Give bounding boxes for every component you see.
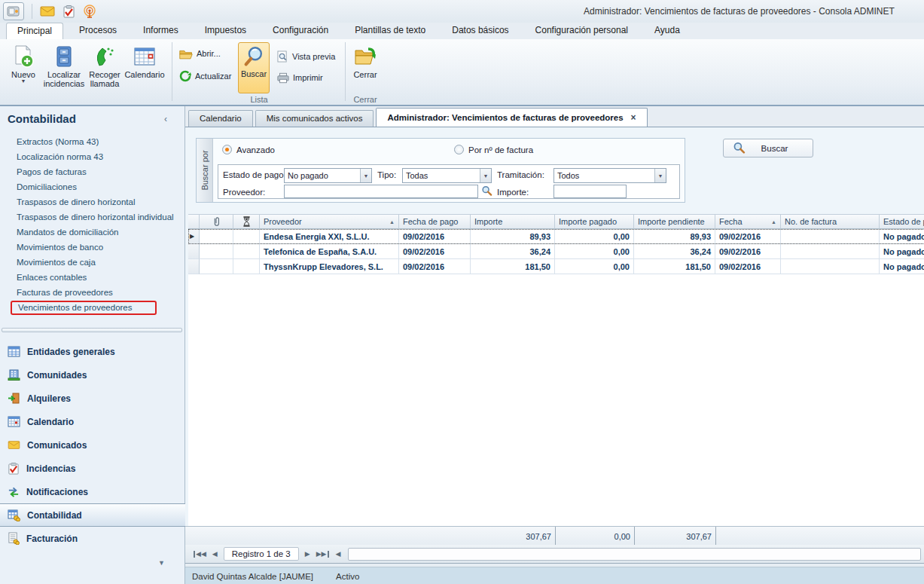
paperclip-icon [212,216,221,228]
hourglass-icon [242,216,251,227]
tab-procesos[interactable]: Procesos [69,23,127,39]
dropdown-icon[interactable]: ▼ [480,169,491,182]
doctab-calendario[interactable]: Calendario [188,110,253,127]
sidebar-item-localizacion-norma-43[interactable]: Localización norma 43 [0,149,185,164]
preview-icon [277,50,288,63]
phone-device-button[interactable] [3,2,24,20]
calendario-button[interactable]: Calendario [122,42,167,98]
previous-record-button[interactable]: ◀ [212,550,218,558]
section-contabilidad[interactable]: Contabilidad [0,503,185,527]
group-separator [345,42,346,101]
tramitacion-label: Tramitación: [497,170,544,179]
section-notificaciones[interactable]: Notificaciones [0,480,185,503]
proveedor-lookup-icon[interactable] [481,185,492,197]
application-window: Administrador: Vencimientos de facturas … [0,0,924,584]
buscar-ribbon-button[interactable]: Buscar [238,42,270,93]
horizontal-scrollbar[interactable] [348,548,921,561]
broadcast-icon[interactable] [83,5,96,18]
sidebar-item-mandatos-domiciliacion[interactable]: Mandatos de domiciliación [0,225,185,240]
record-navigator: ◀◀ ◀ Registro 1 de 3 ▶ ▶▶ ◀ [185,545,924,564]
section-facturacion[interactable]: Facturación [0,527,185,550]
first-record-button[interactable]: ◀◀ [193,550,206,558]
table-row[interactable]: ThyssnKrupp Elevadores, S.L. 09/02/2016 … [188,259,924,274]
dropdown-icon[interactable]: ▼ [654,169,666,182]
sidebar-item-pagos-de-facturas[interactable]: Pagos de facturas [0,164,185,179]
tramitacion-select[interactable]: Todos ▼ [553,168,666,183]
sidebar-item-traspasos-horizontal-individual[interactable]: Traspasos de dinero horizontal individua… [0,209,185,225]
estado-de-pago-select[interactable]: No pagado ▼ [284,168,372,183]
cerrar-button[interactable]: Cerrar [348,42,383,98]
incident-clipboard-icon[interactable] [63,5,75,18]
tab-principal[interactable]: Principal [6,23,63,39]
table-row[interactable]: ▶ Endesa Energia XXI, S.L.U. 09/02/2016 … [188,229,924,244]
phone-call-icon [93,44,117,69]
sidebar-overflow-icon[interactable]: ▼ [158,559,165,567]
sidebar-item-movimientos-caja[interactable]: Movimientos de caja [0,255,185,270]
total-importe: 307,67 [474,527,556,546]
header-attachment[interactable] [200,214,233,229]
importe-input[interactable] [553,185,627,198]
sort-asc-icon: ▲ [771,219,776,225]
nuevo-button[interactable]: Nuevo ▼ [5,42,42,98]
header-importe-pendiente[interactable]: Importe pendiente [634,214,715,229]
header-importe[interactable]: Importe [471,214,555,229]
proveedor-input[interactable] [284,185,478,198]
sidebar-item-vencimientos-proveedores[interactable]: Vencimientos de proveedores [0,300,185,315]
sidebar-item-movimientos-banco[interactable]: Movimientos de banco [0,240,185,255]
last-record-button[interactable]: ▶▶ [316,550,330,558]
search-icon [733,142,746,154]
tipo-select[interactable]: Todas ▼ [402,168,492,183]
tab-impuestos[interactable]: Impuestos [194,23,257,39]
header-fecha-de-pago[interactable]: Fecha de pago [399,214,471,229]
header-estado-de-pago[interactable]: Estado de pago [880,214,924,229]
tab-configuracion[interactable]: Configuración [262,23,339,39]
sidebar-item-extractos[interactable]: Extractos (Norma 43) [0,134,185,149]
tab-configuracion-personal[interactable]: Configuración personal [525,23,639,39]
toolbar-separator [32,4,32,19]
abrir-button[interactable]: Abrir... [179,45,221,62]
nuevo-dropdown-icon[interactable]: ▼ [21,79,26,84]
vista-previa-button[interactable]: Vista previa [277,48,335,65]
section-entidades-generales[interactable]: Entidades generales [0,340,185,363]
sidebar-collapse-icon[interactable]: ‹ [164,114,167,124]
section-alquileres[interactable]: Alquileres [0,387,185,410]
total-importe-pagado: 0,00 [556,527,635,546]
search-mode-radios: Avanzado Por nº de factura [213,143,685,160]
sidebar-item-domiciliaciones[interactable]: Domiciliaciones [0,179,185,194]
close-tab-icon[interactable]: × [631,109,636,127]
section-incidencias[interactable]: Incidencias [0,457,185,480]
section-calendario[interactable]: Calendario [0,410,185,433]
header-hourglass[interactable] [233,214,260,229]
next-record-button[interactable]: ▶ [305,550,310,558]
section-comunicados[interactable]: Comunicados [0,433,185,457]
close-folder-icon [353,44,377,69]
header-no-de-factura[interactable]: No. de factura [781,214,880,229]
imprimir-button[interactable]: Imprimir [277,69,323,86]
sidebar-splitter[interactable] [2,328,182,332]
header-importe-pagado[interactable]: Importe pagado [555,214,634,229]
table-row[interactable]: Telefonica de España, S.A.U. 09/02/2016 … [188,244,924,259]
sidebar-item-facturas-proveedores[interactable]: Facturas de proveedores [0,285,185,300]
radio-avanzado[interactable]: Avanzado [222,145,275,154]
scroll-left-button[interactable]: ◀ [336,550,341,558]
tab-ayuda[interactable]: Ayuda [644,23,691,39]
mail-icon[interactable] [40,5,55,17]
sidebar-item-traspasos-horizontal[interactable]: Traspasos de dinero horizontal [0,194,185,209]
recoger-llamada-button[interactable]: Recoger llamada [86,42,124,98]
radio-button-icon [222,145,232,154]
tab-informes[interactable]: Informes [133,23,189,39]
localizar-incidencias-button[interactable]: Localizar incidencias [44,42,84,98]
tab-plantillas-de-texto[interactable]: Plantillas de texto [344,23,436,39]
buscar-por-tab[interactable]: Buscar por [197,139,213,202]
header-proveedor[interactable]: Proveedor ▲ [260,214,399,229]
doctab-mis-comunicados[interactable]: Mis comunicados activos [255,110,374,127]
tab-datos-basicos[interactable]: Datos básicos [441,23,519,39]
doctab-vencimientos[interactable]: Administrador: Vencimientos de facturas … [376,108,647,127]
header-fecha[interactable]: Fecha ▲ [715,214,781,229]
radio-por-numero-factura[interactable]: Por nº de factura [454,145,533,154]
dropdown-icon[interactable]: ▼ [360,169,371,182]
section-comunidades[interactable]: Comunidades [0,363,185,387]
actualizar-button[interactable]: Actualizar [179,68,231,84]
buscar-button[interactable]: Buscar [723,139,813,157]
sidebar-item-enlaces-contables[interactable]: Enlaces contables [0,270,185,285]
